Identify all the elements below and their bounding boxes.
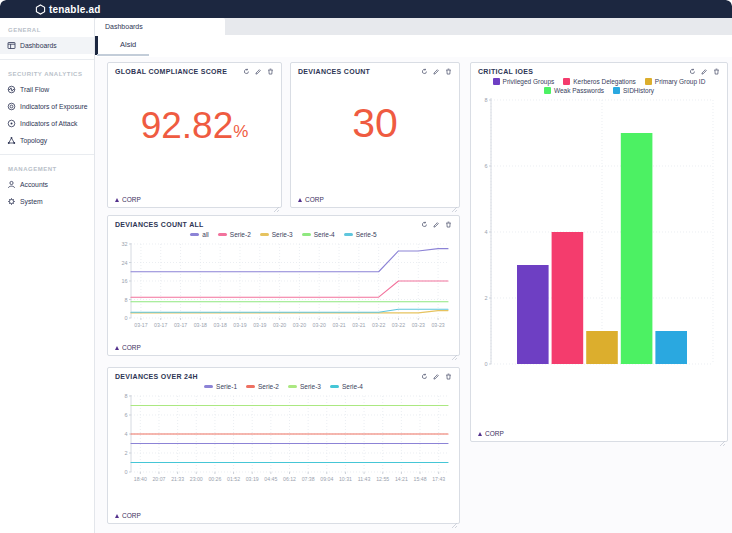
legend-item-serie-4[interactable]: Serie-4 [330, 383, 363, 390]
edit-button[interactable] [701, 68, 708, 75]
refresh-button[interactable] [421, 68, 428, 75]
deviances-count-all-legend: allSerie-2Serie-3Serie-4Serie-5 [108, 230, 459, 240]
svg-text:12:55: 12:55 [376, 476, 389, 482]
legend-item-serie-4[interactable]: Serie-4 [302, 231, 335, 238]
delete-button[interactable] [445, 68, 452, 75]
refresh-button[interactable] [243, 68, 250, 75]
svg-text:0: 0 [124, 315, 127, 321]
legend-item-primary-group-id[interactable]: Primary Group ID [645, 78, 706, 85]
legend-item-weak-passwords[interactable]: Weak Passwords [544, 87, 604, 94]
sidebar-item-trail-flow[interactable]: Trail Flow [0, 81, 94, 98]
sidebar-section: SECURITY ANALYTICSTrail FlowIndicators o… [0, 62, 94, 155]
delete-button[interactable] [713, 68, 720, 75]
sidebar-sections: GENERALDashboardsSECURITY ANALYTICSTrail… [0, 18, 94, 215]
resize-handle[interactable] [451, 347, 458, 354]
svg-text:03-19: 03-19 [233, 322, 246, 328]
resize-handle[interactable] [273, 199, 280, 206]
legend-item-privileged-groups[interactable]: Privileged Groups [493, 78, 555, 85]
legend-label: Kerberos Delegations [573, 78, 636, 85]
directory-label: CORP [122, 512, 141, 519]
svg-text:4: 4 [484, 229, 487, 235]
legend-label: SIDHistory [623, 87, 654, 94]
legend-item-serie-2[interactable]: Serie-2 [246, 383, 279, 390]
legend-swatch [204, 385, 213, 388]
sidebar-section-label: SECURITY ANALYTICS [0, 62, 94, 81]
system-icon [7, 197, 16, 206]
legend-swatch [260, 233, 269, 236]
logo[interactable]: tenable.ad [35, 4, 100, 15]
legend-item-all[interactable]: all [190, 231, 209, 238]
svg-text:10:31: 10:31 [339, 476, 352, 482]
svg-text:03-20: 03-20 [313, 322, 326, 328]
subtab-accent-bar [95, 36, 98, 55]
delete-button[interactable] [445, 373, 452, 380]
sidebar-item-dashboards[interactable]: Dashboards [0, 37, 94, 54]
edit-button[interactable] [255, 68, 262, 75]
legend-swatch [330, 385, 339, 388]
card-critical-ioes: CRITICAL IOES Privileged GroupsKerberos … [470, 62, 728, 442]
svg-text:03:19: 03:19 [246, 476, 259, 482]
svg-text:17:43: 17:43 [432, 476, 445, 482]
compliance-score: 92.82 % [108, 107, 281, 144]
sidebar-item-topology[interactable]: Topology [0, 132, 94, 149]
svg-text:8: 8 [484, 97, 487, 103]
delete-button[interactable] [445, 221, 452, 228]
svg-text:21:33: 21:33 [171, 476, 184, 482]
sidebar-item-indicators-of-attack[interactable]: Indicators of Attack [0, 115, 94, 132]
svg-text:01:52: 01:52 [227, 476, 240, 482]
sidebar-item-label: Dashboards [20, 42, 57, 49]
deviances-count-value: 30 [291, 103, 459, 144]
legend-item-serie-1[interactable]: Serie-1 [204, 383, 237, 390]
legend-swatch [613, 87, 620, 94]
svg-text:16: 16 [121, 278, 127, 284]
edit-button[interactable] [433, 373, 440, 380]
sidebar-section-label: MANAGEMENT [0, 157, 94, 176]
resize-handle[interactable] [451, 515, 458, 522]
legend-label: Serie-4 [314, 231, 335, 238]
legend-item-serie-3[interactable]: Serie-3 [288, 383, 321, 390]
sidebar-item-label: Indicators of Attack [20, 120, 77, 127]
sidebar: GENERALDashboardsSECURITY ANALYTICSTrail… [0, 18, 95, 533]
legend-swatch [190, 233, 199, 236]
refresh-button[interactable] [421, 221, 428, 228]
legend-item-serie-3[interactable]: Serie-3 [260, 231, 293, 238]
refresh-button[interactable] [689, 68, 696, 75]
sidebar-item-label: Trail Flow [20, 86, 49, 93]
tenable-logo-icon [35, 4, 46, 15]
svg-text:0: 0 [124, 469, 127, 475]
resize-handle[interactable] [451, 199, 458, 206]
resize-handle[interactable] [719, 433, 726, 440]
sidebar-item-label: System [20, 198, 43, 205]
edit-button[interactable] [433, 68, 440, 75]
deviances-over-24h-line-chart: 0246818:4020:0721:3323:0000:2601:5203:19… [108, 392, 459, 496]
indicators-exposure-icon [7, 102, 16, 111]
legend-label: Primary Group ID [655, 78, 706, 85]
legend-item-sidhistory[interactable]: SIDHistory [613, 87, 654, 94]
svg-text:0: 0 [484, 361, 487, 367]
subtab-active-underline [97, 54, 149, 56]
sidebar-item-label: Topology [20, 137, 47, 144]
subtab-alsid[interactable]: Alsid [120, 40, 136, 49]
legend-swatch [246, 385, 255, 388]
directory-label: CORP [122, 196, 141, 203]
sidebar-item-accounts[interactable]: Accounts [0, 176, 94, 193]
refresh-button[interactable] [421, 373, 428, 380]
svg-text:03-17: 03-17 [174, 322, 187, 328]
card-title: DEVIANCES COUNT [298, 68, 370, 75]
svg-text:03-17: 03-17 [134, 322, 147, 328]
topbar: tenable.ad [0, 0, 732, 18]
sidebar-item-system[interactable]: System [0, 193, 94, 210]
svg-text:03-22: 03-22 [392, 322, 405, 328]
legend-item-serie-5[interactable]: Serie-5 [344, 231, 377, 238]
sidebar-item-indicators-of-exposure[interactable]: Indicators of Exposure [0, 98, 94, 115]
tab-dashboards[interactable]: Dashboards [95, 18, 225, 35]
legend-item-serie-2[interactable]: Serie-2 [218, 231, 251, 238]
delete-button[interactable] [267, 68, 274, 75]
logo-text: tenable.ad [49, 4, 100, 15]
svg-text:11:43: 11:43 [358, 476, 371, 482]
critical-ioes-legend: Privileged GroupsKerberos DelegationsPri… [471, 77, 727, 96]
tenable-ad-app: tenable.ad GENERALDashboardsSECURITY ANA… [0, 0, 732, 533]
legend-item-kerberos-delegations[interactable]: Kerberos Delegations [563, 78, 636, 85]
edit-button[interactable] [433, 221, 440, 228]
svg-text:06:12: 06:12 [283, 476, 296, 482]
